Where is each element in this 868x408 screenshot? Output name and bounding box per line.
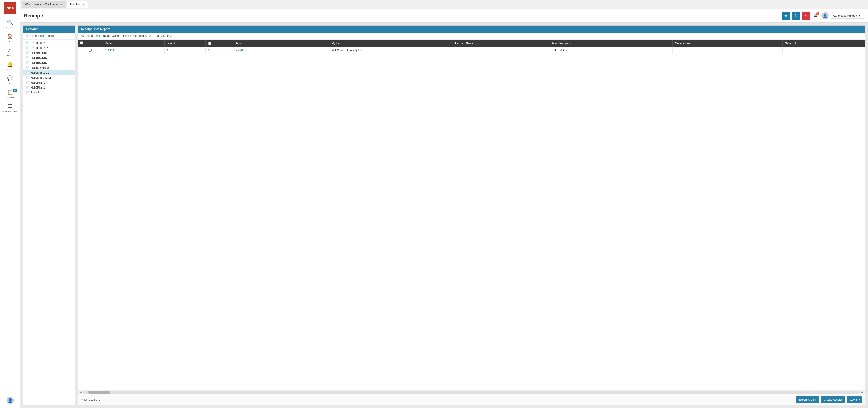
file-icon: 📄 (26, 76, 29, 79)
logo-text: one (6, 6, 13, 10)
chevron-down-icon: ▾ (859, 14, 860, 18)
user-role-label: Warehouse Manager (833, 14, 858, 18)
sidebar-item-label: Alerts (7, 68, 13, 71)
chat-icon: 💬 (7, 75, 13, 81)
sidebar-item-problems[interactable]: ⚠ Problems (0, 45, 20, 59)
sidebar-item-avatar[interactable]: 👤 (0, 395, 20, 406)
explorer-header: Explorer (23, 26, 75, 33)
file-icon: 📄 (26, 61, 29, 64)
col-genericit2: Generic It... (782, 39, 865, 47)
extitemname-cell (453, 47, 549, 54)
myitem-cell: Hub6Item1-I1 description (329, 47, 453, 54)
create-receipt-button[interactable]: Create Receipt (821, 397, 845, 403)
header-checkbox[interactable] (80, 41, 83, 44)
explorer-item[interactable]: 📄 Hub6Plant2 (23, 85, 75, 90)
file-icon: 📄 (26, 46, 29, 50)
tab-dashboard-label: Warehouse Neo Dashboard (25, 3, 59, 6)
explorer-show-more[interactable]: 📄 Show More... (23, 90, 75, 95)
doc-cell[interactable]: 0 (206, 47, 233, 54)
actions-button[interactable]: Actions ▾ (846, 397, 862, 403)
sidebar-item-label: Switch (6, 96, 13, 99)
export-csv-button[interactable]: Export to CSV (796, 397, 819, 403)
header-actions: ★ ↻ ✕ ☰ ★ 👤 Warehouse Manager ▾ (782, 12, 864, 20)
user-avatar: 👤 (822, 12, 829, 20)
tab-receipts[interactable]: Receipts ✕ (67, 1, 88, 8)
file-icon: 📄 (26, 86, 29, 89)
col-item: Item (233, 39, 329, 47)
report-filters-edit-link[interactable]: edit (95, 34, 100, 37)
sidebar-item-label: Home (7, 40, 13, 43)
close-button[interactable]: ✕ (802, 12, 810, 20)
item-cell[interactable]: Hub6Item1 (233, 47, 329, 54)
avatar: 👤 (6, 397, 14, 404)
file-icon: 📄 (26, 81, 29, 84)
avatar-image: 👤 (823, 13, 827, 18)
viewing-text: Viewing 1-1 of 1 (81, 398, 100, 401)
col-genericitem: Generic Item (673, 39, 783, 47)
col-doc: 📄 (206, 39, 233, 47)
actions-label: Actions (849, 398, 858, 401)
filters-label: Filters (30, 34, 37, 37)
menu-button[interactable]: ☰ ★ (811, 12, 820, 20)
report-panel: Receipt Lists Report 🔍 Filters ( edit ):… (78, 25, 865, 405)
app-logo[interactable]: one (4, 2, 17, 14)
genericit2-cell (782, 47, 865, 54)
col-myitem: My Item (329, 39, 453, 47)
file-icon: 📄 (26, 41, 29, 44)
col-lineno: Line No (164, 39, 206, 47)
search-icon: 🔍 (7, 20, 13, 25)
explorer-item[interactable]: 📄 Hub6Branch2 (23, 55, 75, 60)
footer-actions: Export to CSV Create Receipt Actions ▾ (796, 397, 862, 403)
explorer-item[interactable]: 📄 Hub6Plant1 (23, 80, 75, 85)
header-bar: Receipts ★ ↻ ✕ ☰ ★ 👤 Warehouse Manager ▾ (20, 9, 868, 23)
user-role-dropdown[interactable]: Warehouse Manager ▾ (831, 13, 864, 19)
report-filters-label: Filters (85, 34, 93, 37)
scrollbar-track[interactable] (83, 391, 860, 394)
home-icon: 🏠 (7, 33, 13, 39)
tab-receipts-close[interactable]: ✕ (82, 3, 85, 6)
report-table-body: 115233 1 0 Hub6Item1 Hub6Item1-I1 descri… (78, 47, 865, 54)
scrollbar-thumb[interactable] (88, 391, 111, 394)
explorer-item[interactable]: 📄 EN_Hub6DC1 (23, 40, 75, 45)
sidebar-item-menus[interactable]: ☰ Menus/Favs (0, 101, 20, 115)
explorer-filters: 🔍 Filters ( edit ): None (23, 33, 75, 39)
tab-dashboard-close[interactable]: ✕ (60, 3, 63, 6)
row-checkbox[interactable] (89, 49, 92, 52)
filters-edit-link[interactable]: edit (40, 34, 44, 37)
file-icon: 📄 (26, 91, 29, 94)
explorer-item[interactable]: 📄 Hub6Branch3 (23, 60, 75, 65)
sidebar-item-label: Menus/Favs (3, 110, 17, 113)
itemdesc-cell: I1 description (549, 47, 673, 54)
bell-icon: 🔔 (7, 61, 13, 67)
file-icon: 📄 (26, 51, 29, 55)
sidebar-item-chats[interactable]: 💬 Chats (0, 73, 20, 87)
row-checkbox-cell[interactable] (78, 47, 102, 54)
sidebar: one 🔍 Search 🏠 Home ⚠ Problems 🔔 Alerts … (0, 0, 20, 408)
filter-search-icon: 🔍 (26, 35, 29, 37)
report-footer: Viewing 1-1 of 1 Export to CSV Create Re… (78, 394, 865, 405)
explorer-item[interactable]: 📄 Hub6Branch1 (23, 50, 75, 55)
receipt-cell[interactable]: 115233 (102, 47, 164, 54)
favorite-button[interactable]: ★ (782, 12, 790, 20)
lineno-cell: 1 (164, 47, 206, 54)
sidebar-item-label: Search (6, 26, 14, 29)
sidebar-item-alerts[interactable]: 🔔 Alerts (0, 59, 20, 73)
warning-icon: ⚠ (8, 48, 12, 53)
explorer-item-selected[interactable]: 📄 Hub6MfgADC1 (23, 70, 75, 75)
main-area: Warehouse Neo Dashboard ✕ Receipts ✕ Rec… (20, 0, 868, 408)
explorer-item[interactable]: 📄 Hub6MainDepot (23, 65, 75, 70)
sidebar-item-switch[interactable]: 📋 ⇄ Switch (0, 87, 20, 101)
tab-receipts-label: Receipts (70, 3, 81, 6)
table-row: 115233 1 0 Hub6Item1 Hub6Item1-I1 descri… (78, 47, 865, 54)
explorer-item[interactable]: 📄 Hub6MfgAPlant1 (23, 75, 75, 80)
col-extitemname: Ext Item Name (453, 39, 549, 47)
scroll-right-button[interactable]: ▶ (861, 390, 864, 394)
sidebar-item-search[interactable]: 🔍 Search (0, 17, 20, 31)
explorer-item[interactable]: 📄 EN_Hub6DC2 (23, 45, 75, 50)
refresh-button[interactable]: ↻ (792, 12, 800, 20)
tab-dashboard[interactable]: Warehouse Neo Dashboard ✕ (22, 1, 66, 8)
explorer-panel: Explorer 🔍 Filters ( edit ): None 📄 EN_H… (23, 25, 75, 405)
scroll-left-button[interactable]: ◀ (79, 390, 83, 394)
sidebar-item-home[interactable]: 🏠 Home (0, 31, 20, 45)
report-table-container: Receipt Line No 📄 Item My Item Ext Item … (78, 39, 865, 390)
